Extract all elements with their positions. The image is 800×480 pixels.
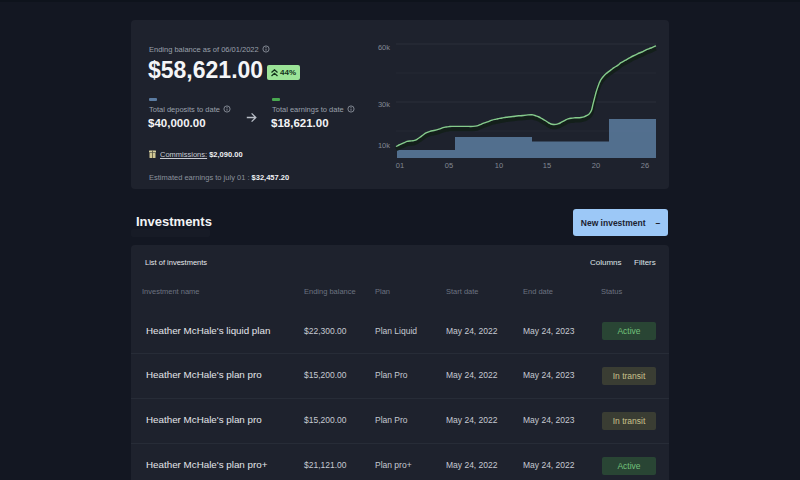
- svg-text:26: 26: [641, 161, 649, 170]
- svg-text:30k: 30k: [378, 100, 390, 109]
- svg-text:20: 20: [592, 161, 600, 170]
- svg-text:15: 15: [543, 161, 551, 170]
- svg-text:10: 10: [495, 161, 503, 170]
- svg-text:01: 01: [396, 161, 404, 170]
- svg-text:10k: 10k: [378, 141, 390, 150]
- svg-text:60k: 60k: [378, 43, 390, 52]
- svg-text:05: 05: [445, 161, 453, 170]
